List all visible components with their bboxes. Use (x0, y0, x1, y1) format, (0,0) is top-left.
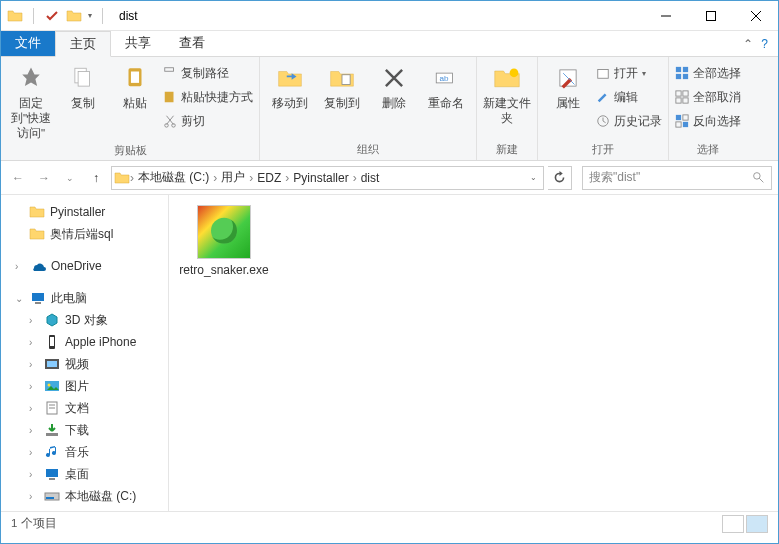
statusbar: 1 个项目 (1, 511, 778, 535)
checkmark-icon[interactable] (44, 8, 60, 24)
tree-item-documents[interactable]: ›文档 (1, 397, 168, 419)
svg-rect-20 (683, 67, 688, 72)
search-icon (752, 171, 765, 184)
tree-item-downloads[interactable]: ›下载 (1, 419, 168, 441)
select-all-button[interactable]: 全部选择 (675, 62, 741, 84)
svg-line-32 (759, 178, 763, 182)
tree-item-videos[interactable]: ›视频 (1, 353, 168, 375)
tree-item-pyinstaller[interactable]: Pyinstaller (1, 201, 168, 223)
folder-icon[interactable] (7, 8, 23, 24)
svg-rect-1 (706, 11, 715, 20)
svg-rect-48 (46, 497, 54, 499)
icons-view-button[interactable] (746, 515, 768, 533)
svg-rect-26 (683, 98, 688, 103)
copy-button[interactable]: 复制 (59, 60, 107, 111)
new-folder-button[interactable]: 新建文件夹 (483, 60, 531, 126)
paste-button[interactable]: 粘贴 (111, 60, 159, 111)
back-button[interactable]: ← (7, 167, 29, 189)
edit-button[interactable]: 编辑 (596, 86, 662, 108)
up-button[interactable]: ↑ (85, 167, 107, 189)
paste-shortcut-button[interactable]: 粘贴快捷方式 (163, 86, 253, 108)
navbar: ← → ⌄ ↑ › 本地磁盘 (C:)› 用户› EDZ› Pyinstalle… (1, 161, 778, 195)
tree-item-sql[interactable]: 奥情后端sql (1, 223, 168, 245)
select-group-label: 选择 (675, 140, 741, 160)
svg-rect-29 (683, 115, 688, 120)
tree-item-this-pc[interactable]: ⌄此电脑 (1, 287, 168, 309)
address-dropdown-icon[interactable]: ⌄ (526, 173, 541, 182)
copy-path-button[interactable]: 复制路径 (163, 62, 253, 84)
tab-home[interactable]: 主页 (55, 31, 111, 57)
properties-button[interactable]: 属性 (544, 60, 592, 111)
navigation-pane[interactable]: Pyinstaller 奥情后端sql ›OneDrive ⌄此电脑 ›3D 对… (1, 195, 169, 511)
tree-item-onedrive[interactable]: ›OneDrive (1, 255, 168, 277)
details-view-button[interactable] (722, 515, 744, 533)
svg-rect-36 (50, 337, 54, 346)
breadcrumb-item[interactable]: Pyinstaller (289, 171, 352, 185)
open-button[interactable]: 打开 ▾ (596, 62, 662, 84)
pin-button[interactable]: 固定到"快速访问" (7, 60, 55, 141)
svg-rect-21 (676, 74, 681, 79)
svg-rect-25 (676, 98, 681, 103)
close-button[interactable] (733, 1, 778, 31)
address-bar[interactable]: › 本地磁盘 (C:)› 用户› EDZ› Pyinstaller› dist … (111, 166, 544, 190)
svg-rect-28 (683, 122, 688, 127)
breadcrumb-item[interactable]: 本地磁盘 (C:) (134, 169, 213, 186)
recent-dropdown[interactable]: ⌄ (59, 167, 81, 189)
file-name: retro_snaker.exe (179, 263, 268, 277)
quick-access-toolbar: ▾ (1, 8, 113, 24)
maximize-button[interactable] (688, 1, 733, 31)
tab-file[interactable]: 文件 (1, 31, 55, 56)
minimize-button[interactable] (643, 1, 688, 31)
svg-rect-46 (49, 478, 55, 480)
svg-rect-44 (46, 433, 58, 436)
cut-button[interactable]: 剪切 (163, 110, 253, 132)
breadcrumb-item[interactable]: EDZ (253, 171, 285, 185)
folder-icon (114, 170, 130, 186)
rename-label: 重命名 (428, 96, 464, 111)
tab-share[interactable]: 共享 (111, 31, 165, 56)
delete-label: 删除 (382, 96, 406, 111)
collapse-ribbon-icon[interactable]: ⌃ (743, 37, 753, 51)
move-to-button[interactable]: 移动到 (266, 60, 314, 111)
tree-item-music[interactable]: ›音乐 (1, 441, 168, 463)
svg-rect-5 (78, 72, 89, 87)
tree-item-desktop[interactable]: ›桌面 (1, 463, 168, 485)
paste-label: 粘贴 (123, 96, 147, 111)
qat-dropdown-icon[interactable]: ▾ (88, 11, 92, 20)
history-button[interactable]: 历史记录 (596, 110, 662, 132)
svg-rect-9 (165, 92, 174, 103)
tree-item-iphone[interactable]: ›Apple iPhone (1, 331, 168, 353)
file-item[interactable]: retro_snaker.exe (179, 205, 269, 277)
window-title: dist (113, 9, 138, 23)
search-input[interactable]: 搜索"dist" (582, 166, 772, 190)
help-icon[interactable]: ? (761, 37, 768, 51)
tree-item-pictures[interactable]: ›图片 (1, 375, 168, 397)
invert-selection-button[interactable]: 反向选择 (675, 110, 741, 132)
folder-icon[interactable] (66, 8, 82, 24)
svg-rect-27 (676, 115, 681, 120)
breadcrumb-item[interactable]: dist (357, 171, 384, 185)
rename-button[interactable]: ab重命名 (422, 60, 470, 111)
content-area[interactable]: retro_snaker.exe (169, 195, 778, 511)
svg-rect-17 (598, 70, 609, 79)
breadcrumb-item[interactable]: 用户 (217, 169, 249, 186)
move-to-label: 移动到 (272, 96, 308, 111)
svg-rect-30 (676, 122, 681, 127)
svg-rect-34 (35, 302, 41, 304)
ribbon-tabs: 文件 主页 共享 查看 ⌃ ? (1, 31, 778, 57)
tree-item-3d[interactable]: ›3D 对象 (1, 309, 168, 331)
select-none-button[interactable]: 全部取消 (675, 86, 741, 108)
svg-rect-33 (32, 293, 44, 301)
svg-rect-8 (165, 68, 174, 72)
refresh-button[interactable] (548, 166, 572, 190)
new-folder-label: 新建文件夹 (483, 96, 531, 126)
tab-view[interactable]: 查看 (165, 31, 219, 56)
tree-item-c-drive[interactable]: ›本地磁盘 (C:) (1, 485, 168, 507)
file-thumbnail-icon (197, 205, 251, 259)
search-placeholder: 搜索"dist" (589, 169, 752, 186)
copy-to-button[interactable]: 复制到 (318, 60, 366, 111)
new-group-label: 新建 (483, 140, 531, 160)
delete-button[interactable]: 删除 (370, 60, 418, 111)
properties-label: 属性 (556, 96, 580, 111)
forward-button[interactable]: → (33, 167, 55, 189)
